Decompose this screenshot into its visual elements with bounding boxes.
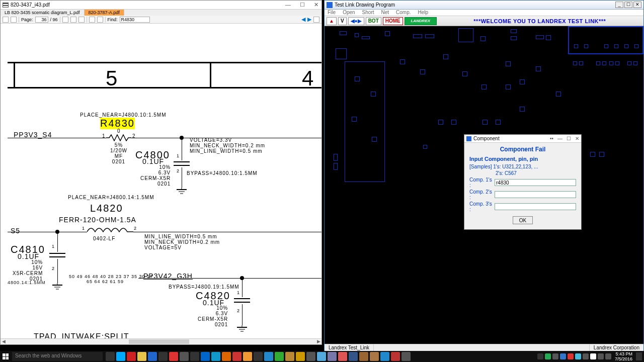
pdf-tab-active[interactable]: 820-3787-A.pdf <box>85 10 124 16</box>
taskview-icon[interactable] <box>106 352 115 361</box>
menu-comp[interactable]: Comp. <box>396 10 411 16</box>
search-box[interactable]: Search the web and Windows <box>12 352 103 361</box>
page-input[interactable] <box>35 17 48 23</box>
dialog-min-icon[interactable]: •• <box>550 136 553 141</box>
app-icon-7[interactable] <box>232 352 242 361</box>
app-icon-5[interactable] <box>211 352 220 361</box>
menubar: File Open Short Net Comp. Help <box>325 10 643 16</box>
minimize-icon[interactable]: — <box>285 2 291 8</box>
comp1-label: Comp. 1's : <box>469 177 495 188</box>
clock-icon[interactable] <box>158 352 168 361</box>
close-icon[interactable]: ✕ <box>633 2 641 8</box>
zoom-out-icon[interactable] <box>89 17 95 23</box>
scroll-right-icon[interactable]: ▶ <box>315 339 321 345</box>
testlink-titlebar[interactable]: Test Link Drawing Program _ ☐ ✕ <box>325 1 643 10</box>
dialog-close-icon[interactable]: ✕ <box>575 136 579 141</box>
app-icon-19[interactable] <box>359 352 368 361</box>
app-icon-21[interactable] <box>380 352 389 361</box>
tray-icon[interactable] <box>568 353 574 359</box>
app-icon-17[interactable] <box>338 352 347 361</box>
app-icon-12[interactable] <box>285 352 294 361</box>
start-button[interactable] <box>0 351 11 362</box>
app-icon-16[interactable] <box>328 352 337 361</box>
app-icon-14[interactable] <box>306 352 315 361</box>
hamburger-icon[interactable] <box>3 3 9 8</box>
bot-button[interactable]: BOT <box>366 17 381 25</box>
tray-icon[interactable] <box>545 353 551 359</box>
comp2-input[interactable] <box>495 191 576 198</box>
arrow-up-icon[interactable]: ▲ <box>327 17 337 25</box>
find-options-icon[interactable] <box>313 17 319 23</box>
pdf-titlebar[interactable]: 820-3437_i43.pdf — ☐ ✕ <box>1 1 321 10</box>
app-icon-20[interactable] <box>370 352 379 361</box>
tray-icon[interactable] <box>575 353 581 359</box>
dialog-min-icon[interactable]: — <box>557 136 562 141</box>
comp3-input[interactable] <box>495 203 576 210</box>
horizontal-scrollbar[interactable]: ◀ ▶ <box>1 338 321 344</box>
edge-icon[interactable] <box>116 352 125 361</box>
app-icon-22[interactable] <box>391 352 400 361</box>
c4820-specs: 10% 6.3V CERM-X5R 0201 <box>198 305 228 327</box>
app-icon-9[interactable] <box>254 352 263 361</box>
print-icon[interactable] <box>11 17 17 23</box>
volume-icon[interactable] <box>605 353 611 359</box>
app-icon-2[interactable] <box>180 352 189 361</box>
dialog-titlebar[interactable]: Component •• — ☐ ✕ <box>464 135 581 143</box>
app-icon-8[interactable] <box>243 352 252 361</box>
find-prev-icon[interactable]: ◀ <box>301 16 305 23</box>
clock[interactable]: 5:43 PM7/5/2016 <box>613 351 634 361</box>
scroll-left-icon[interactable]: ◀ <box>1 339 7 345</box>
app-icon-3[interactable] <box>190 352 199 361</box>
app-icon-11[interactable] <box>275 352 284 361</box>
maximize-icon[interactable]: ☐ <box>300 2 305 8</box>
app-icon-4[interactable] <box>201 352 210 361</box>
comp1-input[interactable] <box>495 179 576 186</box>
v-button[interactable]: V <box>338 17 347 25</box>
minimize-icon[interactable]: _ <box>615 2 623 8</box>
comp3-label: Comp. 3's : <box>469 201 495 212</box>
menu-net[interactable]: Net <box>381 10 389 16</box>
tray-icon[interactable] <box>537 353 543 359</box>
menu-open[interactable]: Open <box>343 10 355 16</box>
tray-icon[interactable] <box>583 353 589 359</box>
app-icon-13[interactable] <box>296 352 305 361</box>
scrollbar-thumb[interactable] <box>129 339 189 344</box>
status-right: Landrex Corporation <box>589 344 643 351</box>
schematic-canvas[interactable]: 5 4 PLACE_NEAR=J4800.10:1.5MM R4830 0 1 … <box>8 24 321 338</box>
menu-short[interactable]: Short <box>362 10 374 16</box>
taskbar: Search the web and Windows <box>0 351 644 362</box>
tray-icon[interactable] <box>590 353 596 359</box>
app-icon-1[interactable] <box>169 352 178 361</box>
store-icon[interactable] <box>148 352 157 361</box>
grid-col-5: 5 <box>106 66 119 90</box>
maximize-icon[interactable]: ☐ <box>624 2 632 8</box>
menu-file[interactable]: File <box>328 10 336 16</box>
app-icon-18[interactable] <box>349 352 358 361</box>
app-icon-6[interactable] <box>222 352 231 361</box>
save-icon[interactable] <box>3 17 9 23</box>
dialog-max-icon[interactable]: ☐ <box>567 136 571 141</box>
tray-icon[interactable] <box>552 353 558 359</box>
find-next-icon[interactable]: ▶ <box>307 16 311 23</box>
home-button[interactable]: HOME <box>383 17 403 25</box>
tray-icon[interactable] <box>560 353 566 359</box>
network-icon[interactable] <box>598 353 604 359</box>
app-icon-10[interactable] <box>264 352 273 361</box>
fit-icon[interactable] <box>78 17 85 23</box>
ok-button[interactable]: OK <box>513 216 533 224</box>
dialog-sample2: 2's: C567 <box>469 170 576 176</box>
app-icon-23[interactable] <box>401 352 411 361</box>
explorer-icon[interactable] <box>137 352 146 361</box>
find-input[interactable] <box>120 17 150 23</box>
dialog-header: Component Fail <box>469 146 576 153</box>
filezilla-icon[interactable] <box>127 352 136 361</box>
close-icon[interactable]: ✕ <box>314 2 318 8</box>
notifications-icon[interactable] <box>636 352 642 360</box>
pdf-tab[interactable]: LB 820-3435 scematic diagram_L.pdf <box>1 10 85 16</box>
next-page-icon[interactable] <box>70 17 76 23</box>
app-icon-15[interactable] <box>317 352 326 361</box>
nav-arrows-icon[interactable]: ◀●▶ <box>348 17 364 25</box>
zoom-in-icon[interactable] <box>97 17 103 23</box>
prev-page-icon[interactable] <box>62 17 68 23</box>
menu-help[interactable]: Help <box>418 10 429 16</box>
